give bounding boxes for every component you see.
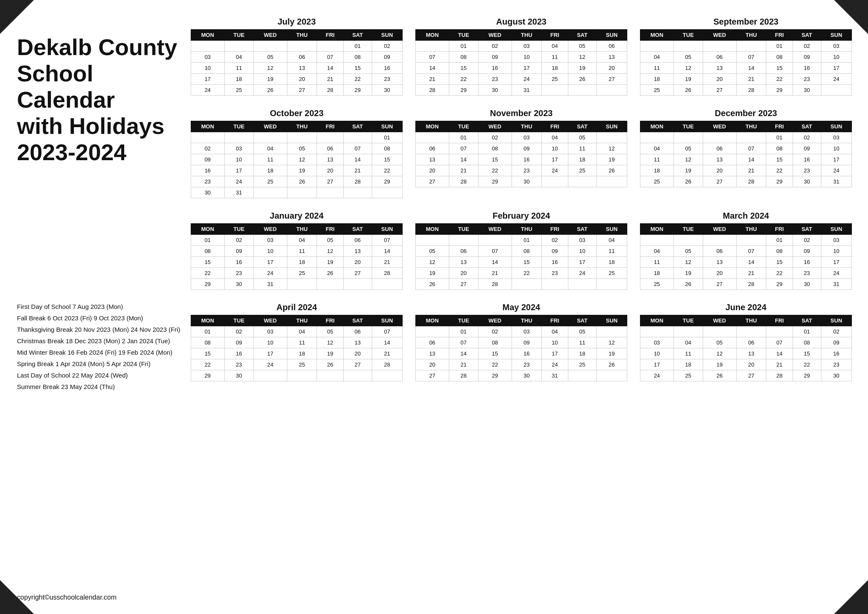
table-row: 16171819202122 [191,165,403,176]
calendar-day: 08 [191,246,225,257]
calendar-day: 25 [640,176,674,187]
calendar-day: 24 [821,74,851,85]
calendar-day: 14 [478,257,512,268]
table-row: 11121314151617 [640,154,852,165]
calendar-day: 19 [317,257,343,268]
calendar-day [736,132,766,143]
calendar-january-2024: January 2024MONTUEWEDTHUFRISATSUN0102030… [191,211,403,290]
calendar-day: 29 [343,85,372,96]
calendar-title: January 2024 [191,211,403,221]
calendar-day: 18 [568,154,596,165]
calendar-day: 01 [449,132,478,143]
calendar-day [766,326,793,337]
calendar-day [343,370,372,381]
day-header: THU [287,121,317,132]
calendar-day [703,235,736,246]
calendar-day: 08 [793,337,821,348]
calendar-day: 21 [478,268,512,279]
calendar-day: 19 [287,165,317,176]
calendar-day: 03 [640,337,674,348]
calendar-day [568,370,596,381]
calendar-day: 10 [512,52,542,63]
calendar-day: 16 [821,348,851,359]
calendar-day: 25 [640,279,674,290]
table-row: 2728293031 [416,370,627,381]
calendar-day: 26 [568,74,596,85]
calendar-day: 26 [673,85,703,96]
calendar-day: 19 [673,268,703,279]
day-header: MON [416,315,449,326]
day-header: TUE [449,30,478,41]
calendar-day: 29 [478,176,512,187]
calendar-day: 06 [343,235,372,246]
calendar-day: 06 [416,337,449,348]
table-row: 04050607080910 [640,52,852,63]
calendar-day: 16 [224,348,253,359]
calendar-day: 01 [766,235,793,246]
calendar-day: 28 [736,279,766,290]
calendar-day: 17 [640,359,674,370]
table-row: 18192021222324 [640,268,852,279]
calendar-day [542,85,568,96]
calendar-day: 06 [703,143,736,154]
calendar-day: 07 [766,337,793,348]
calendar-day: 18 [287,348,317,359]
calendar-day: 16 [793,257,821,268]
calendar-day [253,370,287,381]
calendar-day: 02 [372,41,402,52]
table-row: 0102030405 [416,326,627,337]
calendar-day: 10 [224,154,253,165]
calendar-day: 03 [191,52,225,63]
holiday-item: Last Day of School 22 May 2024 (Wed) [17,370,186,381]
calendar-day: 09 [821,337,851,348]
calendar-day: 23 [793,74,821,85]
calendar-day: 29 [191,279,225,290]
calendar-day: 11 [224,63,253,74]
calendar-day: 22 [766,165,793,176]
day-header: TUE [224,30,253,41]
calendar-table: MONTUEWEDTHUFRISATSUN0102030405060708091… [415,121,627,187]
calendar-day: 01 [343,41,372,52]
calendar-day: 21 [736,165,766,176]
day-header: SUN [372,121,402,132]
calendar-day [478,235,512,246]
calendar-day: 12 [596,143,627,154]
day-header: FRI [542,30,568,41]
day-header: MON [640,121,674,132]
calendar-day: 20 [703,165,736,176]
holiday-item: Spring Break 1 Apr 2024 (Mon) 5 Apr 2024… [17,358,186,370]
calendar-title: November 2023 [415,108,627,118]
main-title: Dekalb County School Calendar with Holid… [17,34,186,165]
calendar-day: 22 [793,359,821,370]
holiday-item: Summer Break 23 May 2024 (Thu) [17,381,186,392]
calendar-day: 17 [191,74,225,85]
calendar-day: 03 [821,132,851,143]
calendar-day: 27 [317,176,343,187]
calendar-day: 17 [542,154,568,165]
calendar-day [568,85,596,96]
day-header: WED [478,315,512,326]
calendar-day: 30 [512,176,542,187]
calendar-day: 20 [416,359,449,370]
calendar-day: 10 [640,348,674,359]
calendar-day: 18 [596,257,627,268]
calendar-day: 14 [372,246,402,257]
calendar-day: 15 [766,257,793,268]
calendar-day: 24 [253,359,287,370]
calendar-day [542,279,568,290]
calendar-day [596,85,627,96]
calendar-day: 10 [568,246,596,257]
calendar-day [287,279,317,290]
calendar-day: 19 [568,63,596,74]
calendar-day: 28 [416,85,449,96]
calendar-day: 15 [478,348,512,359]
calendar-day: 28 [449,176,478,187]
calendar-day: 28 [736,176,766,187]
calendar-day: 04 [596,235,627,246]
calendar-day: 15 [372,154,402,165]
calendar-day: 05 [568,132,596,143]
calendar-day: 07 [343,143,372,154]
calendar-day: 04 [224,52,253,63]
calendar-day [416,41,449,52]
calendar-day: 30 [793,279,821,290]
